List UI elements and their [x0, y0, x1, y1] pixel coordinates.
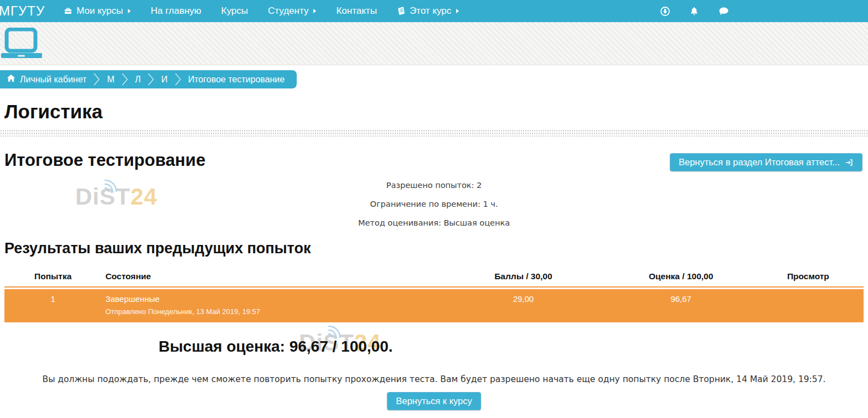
- chevron-right-icon: [93, 72, 100, 87]
- chevron-right-icon: [147, 72, 154, 87]
- return-to-section-button[interactable]: Вернуться в раздел Итоговая аттест...: [670, 153, 862, 171]
- home-icon: [7, 74, 16, 85]
- cell-marks: 29,00: [437, 294, 609, 322]
- bottom-button-wrap: Вернуться к курсу: [4, 392, 864, 410]
- briefcase-icon: [64, 7, 73, 15]
- cell-grade: 96,67: [609, 294, 753, 322]
- grading-method: Метод оценивания: Высшая оценка: [4, 218, 864, 228]
- nav-label: На главную: [151, 6, 201, 17]
- attempts-allowed: Разрешено попыток: 2: [4, 180, 864, 190]
- nav-student[interactable]: Студенту: [258, 0, 326, 22]
- chat-icon[interactable]: [718, 6, 730, 17]
- quiz-info: Разрешено попыток: 2 Ограничение по врем…: [4, 180, 864, 228]
- book-icon: [397, 7, 406, 15]
- chevron-right-icon: [174, 72, 182, 87]
- chevron-right-icon: [121, 72, 128, 87]
- quiz-title: Итоговое тестирование: [4, 151, 205, 169]
- page: МГУТУ Мои курсы На главную Курсы Студент…: [0, 0, 868, 418]
- attempts-table: Попытка Состояние Баллы / 30,00 Оценка /…: [4, 271, 864, 322]
- col-marks: Баллы / 30,00: [437, 271, 609, 281]
- state-label: Завершенные: [105, 294, 437, 304]
- nav-label: Мои курсы: [76, 6, 123, 17]
- breadcrumb-label: Личный кабинет: [20, 75, 86, 85]
- breadcrumb: Личный кабинет М Л И Итоговое тестирован…: [0, 70, 297, 88]
- course-title: Логистика: [4, 101, 864, 123]
- time-limit: Ограничение по времени: 1 ч.: [4, 199, 864, 209]
- navbar-right-icons: [660, 6, 730, 17]
- nav-courses[interactable]: Курсы: [211, 0, 258, 22]
- cell-attempt: 1: [4, 294, 101, 322]
- breadcrumb-item[interactable]: М: [107, 75, 114, 85]
- breadcrumb-current: Итоговое тестирование: [188, 75, 285, 85]
- nav-home[interactable]: На главную: [141, 0, 211, 22]
- breadcrumb-item[interactable]: Л: [135, 75, 141, 85]
- state-detail: Отправлено Понедельник, 13 Май 2019, 19:…: [105, 307, 437, 316]
- bell-icon[interactable]: [689, 6, 699, 17]
- results-heading: Результаты ваших предыдущих попыток: [4, 240, 864, 257]
- nav-contacts[interactable]: Контакты: [326, 0, 386, 22]
- breadcrumb-dashboard[interactable]: Личный кабинет: [7, 74, 86, 85]
- nav-label: Курсы: [221, 6, 248, 17]
- laptop-logo-icon[interactable]: [1, 28, 45, 61]
- cell-review: [753, 294, 864, 322]
- quiz-header-row: Итоговое тестирование Вернуться в раздел…: [4, 151, 864, 171]
- nav-my-courses[interactable]: Мои курсы: [54, 0, 141, 22]
- caret-right-icon: [456, 9, 459, 13]
- table-row: 1 Завершенные Отправлено Понедельник, 13…: [4, 289, 864, 322]
- col-review: Просмотр: [753, 271, 864, 281]
- site-header: [0, 22, 868, 65]
- nav-label: Студенту: [268, 6, 308, 17]
- caret-right-icon: [128, 9, 131, 13]
- col-attempt: Попытка: [4, 271, 101, 281]
- nav-this-course[interactable]: Этот курс: [387, 0, 469, 22]
- brand-logo[interactable]: МГУТУ: [0, 3, 54, 19]
- breadcrumb-wrap: Личный кабинет М Л И Итоговое тестирован…: [0, 70, 868, 88]
- button-label: Вернуться в раздел Итоговая аттест...: [679, 157, 840, 168]
- table-divider: [4, 286, 864, 288]
- col-grade: Оценка / 100,00: [609, 271, 753, 281]
- breadcrumb-item[interactable]: И: [161, 75, 168, 85]
- main-content: Логистика Итоговое тестирование Вернутьс…: [0, 101, 868, 410]
- sign-in-icon: [845, 158, 854, 167]
- nav-label: Этот курс: [410, 6, 451, 17]
- dotted-divider: [0, 129, 868, 137]
- final-grade: Высшая оценка: 96,67 / 100,00.: [4, 338, 547, 356]
- top-navbar: МГУТУ Мои курсы На главную Курсы Студент…: [0, 0, 868, 22]
- arrow-circle-down-icon[interactable]: [660, 6, 670, 17]
- cell-state: Завершенные Отправлено Понедельник, 13 М…: [101, 294, 437, 322]
- button-label: Вернуться к курсу: [396, 396, 472, 406]
- back-to-course-button[interactable]: Вернуться к курсу: [387, 392, 481, 410]
- col-state: Состояние: [101, 271, 437, 281]
- wait-message: Вы должны подождать, прежде чем сможете …: [4, 374, 864, 384]
- nav-label: Контакты: [336, 6, 376, 17]
- table-header-row: Попытка Состояние Баллы / 30,00 Оценка /…: [4, 271, 864, 286]
- caret-right-icon: [313, 9, 316, 13]
